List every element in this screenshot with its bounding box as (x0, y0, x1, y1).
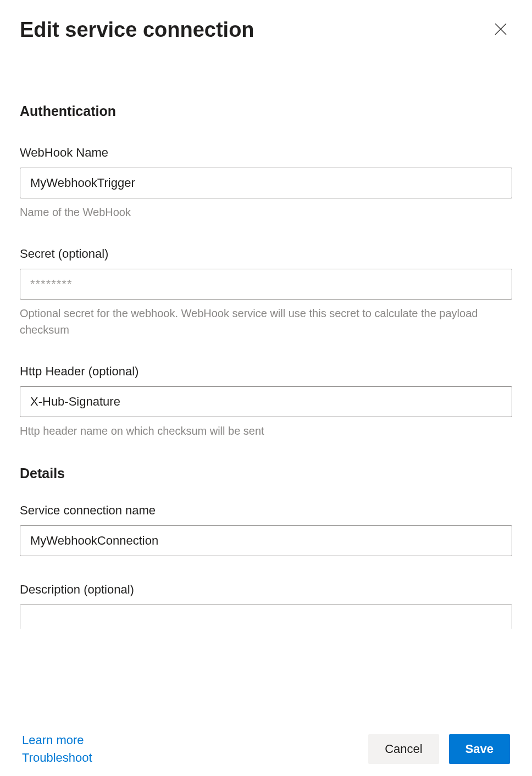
service-connection-name-label: Service connection name (20, 503, 512, 518)
webhook-name-input[interactable] (20, 168, 512, 198)
footer-links: Learn more Troubleshoot (22, 733, 92, 765)
description-input[interactable] (20, 605, 512, 629)
learn-more-link[interactable]: Learn more (22, 733, 92, 747)
panel-header: Edit service connection (20, 18, 512, 43)
field-secret: Secret (optional) Optional secret for th… (20, 247, 512, 338)
close-icon (492, 21, 509, 39)
field-webhook-name: WebHook Name Name of the WebHook (20, 146, 512, 220)
save-button[interactable]: Save (449, 734, 510, 764)
section-heading-authentication: Authentication (20, 103, 512, 119)
panel-title: Edit service connection (20, 18, 254, 43)
cancel-button[interactable]: Cancel (368, 734, 439, 764)
field-description: Description (optional) (20, 583, 512, 631)
close-button[interactable] (489, 18, 512, 42)
panel-footer: Learn more Troubleshoot Cancel Save (0, 723, 532, 776)
edit-service-connection-panel: Edit service connection Authentication W… (0, 0, 532, 776)
http-header-input[interactable] (20, 386, 512, 417)
field-http-header: Http Header (optional) Http header name … (20, 364, 512, 439)
http-header-help: Http header name on which checksum will … (20, 423, 512, 439)
webhook-name-help: Name of the WebHook (20, 204, 512, 220)
http-header-label: Http Header (optional) (20, 364, 512, 379)
secret-label: Secret (optional) (20, 247, 512, 261)
field-service-connection-name: Service connection name (20, 503, 512, 556)
secret-help: Optional secret for the webhook. WebHook… (20, 305, 512, 338)
description-label: Description (optional) (20, 583, 512, 597)
footer-actions: Cancel Save (368, 734, 510, 764)
webhook-name-label: WebHook Name (20, 146, 512, 160)
section-heading-details: Details (20, 465, 512, 481)
secret-input[interactable] (20, 269, 512, 300)
panel-content: Authentication WebHook Name Name of the … (20, 103, 512, 776)
service-connection-name-input[interactable] (20, 525, 512, 556)
troubleshoot-link[interactable]: Troubleshoot (22, 751, 92, 765)
